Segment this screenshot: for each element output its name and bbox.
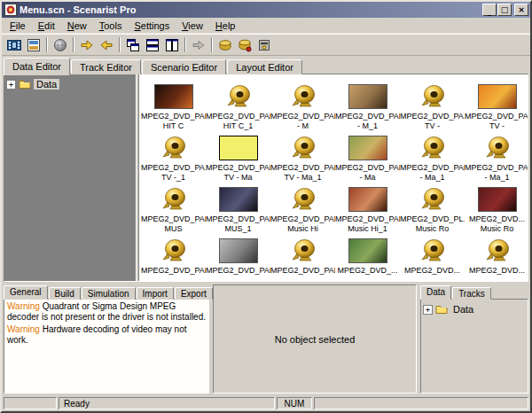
tab-data-editor[interactable]: Data Editor [4, 58, 70, 75]
expand-icon[interactable]: + [423, 305, 433, 315]
film-strip-icon[interactable] [4, 35, 24, 54]
asset-item[interactable]: MPEG2_DVD_PA...TV -_1 [141, 133, 206, 184]
asset-label-line1: MPEG2_DVD_PA... [465, 112, 528, 121]
status-num-indicator: NUM [277, 397, 312, 409]
tab-simulation[interactable]: Simulation [82, 287, 136, 300]
menu-item-new[interactable]: New [61, 19, 93, 32]
audio-speaker-icon [419, 133, 446, 163]
asset-item[interactable]: MPEG2_DVD_PL...Music Ro [400, 184, 465, 236]
asset-item[interactable]: MPEG2_DVD_PA...TV - [465, 82, 528, 133]
asset-item[interactable]: MPEG2_DVD_PAL...- Ma_1 [400, 133, 465, 184]
no-object-message: No object selected [275, 334, 356, 345]
menu-item-edit[interactable]: Edit [32, 19, 61, 32]
asset-item[interactable]: MPEG2_DVD... [400, 236, 465, 281]
warning-message: Warning Quadrant or Sigma Design MPEG de… [7, 301, 206, 323]
tree-item-label[interactable]: Data [34, 79, 59, 90]
import-arrow-icon[interactable] [97, 35, 116, 54]
globe-icon[interactable] [51, 35, 70, 54]
asset-item[interactable]: MPEG2_DVD_PAL...MUS [141, 184, 206, 236]
menu-item-tools[interactable]: Tools [93, 19, 129, 32]
asset-item[interactable]: MPEG2_DVD_PAL-...TV - Ma_1 [270, 133, 335, 184]
bottom-right-tab-strip: DataTracks [420, 284, 528, 299]
asset-label-line2: HIT C [141, 121, 206, 131]
asset-item[interactable]: MPEG2_DVD_PAL... [141, 236, 206, 281]
asset-label-line1: MPEG2_DVD_PL... [400, 214, 465, 224]
asset-item[interactable]: MPEG2_DVD_... [335, 236, 400, 281]
video-thumbnail [348, 82, 387, 112]
menu-item-view[interactable]: View [176, 19, 209, 32]
audio-speaker-icon [290, 133, 317, 163]
video-thumbnail [219, 236, 258, 266]
status-pane-right [314, 397, 528, 409]
asset-label-line1: MPEG2_DVD_PAL-... [141, 112, 206, 121]
menu-item-file[interactable]: File [4, 19, 32, 32]
window-layout-icon[interactable] [162, 35, 182, 54]
asset-item[interactable]: MPEG2_DVD_PAL-...HIT C [141, 82, 206, 133]
storyboard-icon[interactable] [24, 35, 43, 54]
tab-export[interactable]: Export [175, 287, 213, 300]
tree-item-data[interactable]: + Data [6, 77, 134, 91]
asset-label-line2: Music Hi [270, 224, 335, 234]
jukebox-icon[interactable] [254, 35, 274, 54]
window-tile-icon[interactable] [143, 35, 162, 54]
asset-label-line2: MUS [141, 224, 206, 234]
minimize-button[interactable]: _ [482, 4, 497, 16]
tab-layout-editor[interactable]: Layout Editor [227, 59, 302, 74]
asset-item[interactable]: MPEG2_DVD_PAL... [206, 236, 270, 281]
tab-general[interactable]: General [4, 285, 48, 300]
audio-speaker-icon [160, 184, 187, 214]
asset-item[interactable]: MPEG2_DVD_PAL...Music Hi [270, 184, 335, 236]
warning-label: Warning [7, 301, 40, 311]
tab-data[interactable]: Data [420, 285, 451, 300]
audio-speaker-icon [160, 133, 187, 163]
tab-import[interactable]: Import [137, 287, 174, 300]
asset-label-line2: TV - [465, 121, 528, 131]
close-button[interactable]: × [514, 4, 528, 16]
audio-speaker-icon [484, 236, 511, 266]
asset-item[interactable]: MPEG2_DVD_PAL...Music Hi_1 [335, 184, 400, 236]
expand-icon[interactable]: + [6, 80, 16, 90]
audio-speaker-icon [419, 82, 446, 112]
asset-item[interactable]: MPEG2_DVD_PAL...- Ma [335, 133, 400, 184]
video-thumbnail [348, 236, 387, 266]
window-cascade-icon[interactable] [123, 35, 143, 54]
editor-area: + Data MPEG2_DVD_PAL-...HIT CMPEG2_DVD_P… [4, 74, 528, 282]
asset-item[interactable]: MPEG2_DVD_PAL-...TV - Ma [206, 133, 270, 184]
asset-label-line1: MPEG2_DVD_PAL... [141, 214, 206, 224]
asset-item[interactable]: MPEG2_DVD_PAL...MUS_1 [206, 184, 270, 236]
asset-label-line1: MPEG2_DVD_PAL... [335, 163, 400, 173]
audio-speaker-icon [290, 184, 317, 214]
menu-item-settings[interactable]: Settings [128, 19, 176, 32]
bottom-panels: GeneralBuildSimulationImportExport Warni… [2, 282, 530, 395]
disc-write-icon[interactable] [235, 35, 254, 54]
asset-item[interactable]: MPEG2_DVD...Music Ro [465, 184, 528, 236]
navigate-icon[interactable] [189, 35, 208, 54]
asset-label-line2: Music Ro [465, 224, 528, 234]
tab-tracks[interactable]: Tracks [452, 287, 491, 300]
asset-label-line1: MPEG2_DVD_PAL... [206, 266, 270, 276]
disc-icon[interactable] [215, 35, 235, 54]
tab-track-editor[interactable]: Track Editor [71, 59, 141, 74]
asset-item[interactable]: MPEG2_DVD_PAL... [270, 236, 335, 281]
asset-item[interactable]: MPEG2_DVD_PAL...- M [270, 82, 335, 133]
tab-scenario-editor[interactable]: Scenario Editor [142, 59, 226, 74]
maximize-button[interactable]: □ [497, 4, 512, 16]
tree-item-data[interactable]: + Data [423, 302, 526, 316]
asset-label-line1: MPEG2_DVD_PA... [400, 112, 465, 121]
asset-item[interactable]: MPEG2_DVD_PAL-...HIT C_1 [206, 82, 270, 133]
asset-item[interactable]: MPEG2_DVD_PA...- Ma_1 [465, 133, 528, 184]
folder-icon [435, 304, 448, 315]
toolbar-separator [184, 37, 186, 52]
tree-item-label[interactable]: Data [450, 304, 476, 315]
asset-label-line1: MPEG2_DVD_PA... [141, 163, 206, 173]
warning-message: Warning Hardware decoding of video may n… [7, 324, 206, 346]
export-arrow-icon[interactable] [77, 35, 97, 54]
asset-item[interactable]: MPEG2_DVD_PA...TV - [400, 82, 465, 133]
menu-item-help[interactable]: Help [209, 19, 242, 32]
tab-build[interactable]: Build [49, 287, 81, 300]
asset-label-line1: MPEG2_DVD_PAL... [400, 163, 465, 173]
asset-item[interactable]: MPEG2_DVD_PAL...- M_1 [335, 82, 400, 133]
asset-label-line1: MPEG2_DVD_PAL-... [270, 163, 335, 173]
asset-item[interactable]: MPEG2_DVD... [465, 236, 528, 281]
asset-label-line2: TV -_1 [141, 173, 206, 183]
